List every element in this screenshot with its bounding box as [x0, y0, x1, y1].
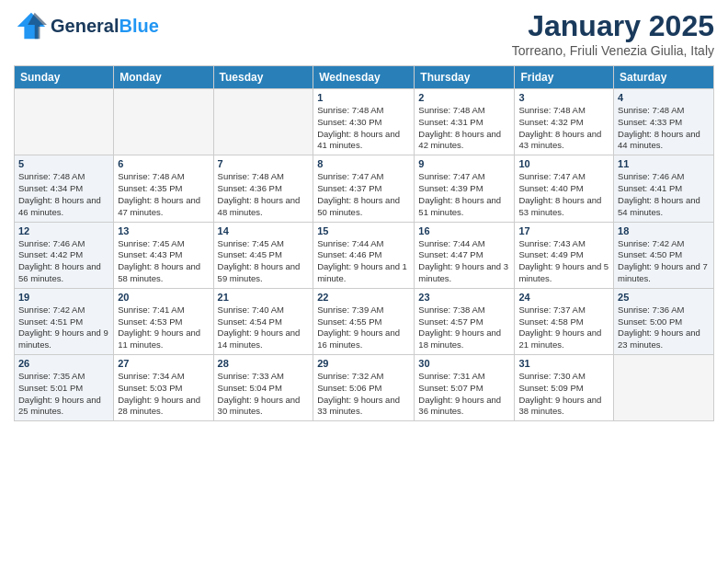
- sunrise: Sunrise: 7:48 AM: [518, 105, 585, 115]
- daylight-label: Daylight: 9 hours and 30 minutes.: [218, 395, 301, 417]
- sunrise: Sunrise: 7:41 AM: [118, 304, 184, 315]
- day-number: 23: [418, 292, 510, 303]
- sunrise: Sunrise: 7:48 AM: [618, 105, 684, 115]
- day-info: Sunrise: 7:45 AMSunset: 4:43 PMDaylight:…: [118, 238, 209, 285]
- day-info: Sunrise: 7:42 AMSunset: 4:51 PMDaylight:…: [18, 304, 109, 351]
- sunset: Sunset: 4:33 PM: [618, 117, 682, 127]
- sunset: Sunset: 4:30 PM: [317, 117, 381, 127]
- daylight-label: Daylight: 9 hours and 3 minutes.: [418, 261, 508, 283]
- daylight-label: Daylight: 8 hours and 48 minutes.: [218, 195, 301, 217]
- calendar-day: 21Sunrise: 7:40 AMSunset: 4:54 PMDayligh…: [213, 288, 313, 354]
- daylight-label: Daylight: 8 hours and 51 minutes.: [418, 195, 501, 217]
- calendar-day: 7Sunrise: 7:48 AMSunset: 4:36 PMDaylight…: [213, 155, 313, 222]
- day-number: 12: [18, 225, 109, 236]
- day-number: 24: [518, 292, 609, 303]
- day-info: Sunrise: 7:35 AMSunset: 5:01 PMDaylight:…: [18, 371, 109, 418]
- col-wednesday: Wednesday: [313, 66, 415, 89]
- daylight-label: Daylight: 9 hours and 16 minutes.: [317, 327, 400, 350]
- day-number: 15: [317, 225, 410, 236]
- calendar-day: 13Sunrise: 7:45 AMSunset: 4:43 PMDayligh…: [114, 222, 213, 288]
- calendar-day: 16Sunrise: 7:44 AMSunset: 4:47 PMDayligh…: [415, 222, 515, 288]
- daylight-label: Daylight: 8 hours and 56 minutes.: [18, 261, 101, 283]
- calendar-day: 5Sunrise: 7:48 AMSunset: 4:34 PMDaylight…: [15, 155, 114, 222]
- daylight-label: Daylight: 9 hours and 5 minutes.: [518, 261, 609, 283]
- month-title: January 2025: [512, 9, 714, 43]
- day-number: 13: [118, 225, 209, 236]
- calendar-day: 2Sunrise: 7:48 AMSunset: 4:31 PMDaylight…: [415, 89, 515, 155]
- calendar-day: 9Sunrise: 7:47 AMSunset: 4:39 PMDaylight…: [415, 155, 515, 222]
- sunrise: Sunrise: 7:34 AM: [118, 371, 184, 381]
- day-number: 17: [518, 225, 609, 236]
- daylight-label: Daylight: 9 hours and 33 minutes.: [317, 395, 400, 417]
- sunrise: Sunrise: 7:32 AM: [317, 371, 383, 381]
- sunset: Sunset: 4:37 PM: [317, 183, 381, 193]
- day-number: 30: [418, 358, 510, 369]
- sunset: Sunset: 4:40 PM: [518, 183, 583, 193]
- day-info: Sunrise: 7:40 AMSunset: 4:54 PMDaylight:…: [218, 304, 310, 351]
- day-number: 3: [518, 92, 609, 103]
- sunrise: Sunrise: 7:37 AM: [518, 304, 585, 315]
- sunrise: Sunrise: 7:44 AM: [317, 238, 383, 248]
- sunset: Sunset: 4:46 PM: [317, 249, 381, 259]
- day-info: Sunrise: 7:47 AMSunset: 4:39 PMDaylight:…: [418, 171, 510, 218]
- day-info: Sunrise: 7:48 AMSunset: 4:33 PMDaylight:…: [618, 105, 710, 152]
- day-info: Sunrise: 7:36 AMSunset: 5:00 PMDaylight:…: [618, 304, 710, 351]
- daylight-label: Daylight: 9 hours and 23 minutes.: [618, 327, 700, 350]
- day-number: 5: [18, 158, 109, 169]
- daylight-label: Daylight: 8 hours and 59 minutes.: [218, 261, 301, 283]
- calendar-day: 11Sunrise: 7:46 AMSunset: 4:41 PMDayligh…: [614, 155, 714, 222]
- day-number: 10: [518, 158, 609, 169]
- day-info: Sunrise: 7:48 AMSunset: 4:36 PMDaylight:…: [218, 171, 310, 218]
- logo: GeneralBlue: [14, 9, 159, 42]
- calendar-week-2: 5Sunrise: 7:48 AMSunset: 4:34 PMDaylight…: [15, 155, 714, 222]
- day-info: Sunrise: 7:34 AMSunset: 5:03 PMDaylight:…: [118, 371, 209, 418]
- day-info: Sunrise: 7:41 AMSunset: 4:53 PMDaylight:…: [118, 304, 209, 351]
- calendar-day: 25Sunrise: 7:36 AMSunset: 5:00 PMDayligh…: [614, 288, 714, 354]
- day-number: 19: [18, 292, 109, 303]
- day-number: 27: [118, 358, 209, 369]
- sunrise: Sunrise: 7:38 AM: [418, 304, 484, 315]
- calendar-table: Sunday Monday Tuesday Wednesday Thursday…: [14, 65, 714, 421]
- daylight-label: Daylight: 8 hours and 44 minutes.: [618, 129, 700, 151]
- day-info: Sunrise: 7:32 AMSunset: 5:06 PMDaylight:…: [317, 371, 410, 418]
- day-number: 14: [218, 225, 310, 236]
- day-info: Sunrise: 7:31 AMSunset: 5:07 PMDaylight:…: [418, 371, 510, 418]
- sunset: Sunset: 4:58 PM: [518, 316, 583, 327]
- sunset: Sunset: 4:55 PM: [317, 316, 381, 327]
- day-number: 4: [618, 92, 710, 103]
- page: GeneralBlue January 2025 Torreano, Friul…: [0, 0, 728, 563]
- day-info: Sunrise: 7:44 AMSunset: 4:47 PMDaylight:…: [418, 238, 510, 285]
- day-number: 25: [618, 292, 710, 303]
- day-number: 2: [418, 92, 510, 103]
- day-number: 26: [18, 358, 109, 369]
- daylight-label: Daylight: 8 hours and 41 minutes.: [317, 129, 400, 151]
- sunset: Sunset: 5:00 PM: [618, 316, 682, 327]
- sunrise: Sunrise: 7:48 AM: [418, 105, 484, 115]
- logo-text: GeneralBlue: [51, 16, 159, 36]
- sunrise: Sunrise: 7:47 AM: [518, 171, 585, 181]
- calendar-day: 6Sunrise: 7:48 AMSunset: 4:35 PMDaylight…: [114, 155, 213, 222]
- sunrise: Sunrise: 7:31 AM: [418, 371, 484, 381]
- sunset: Sunset: 4:51 PM: [18, 316, 83, 327]
- day-number: 28: [218, 358, 310, 369]
- calendar-day: 30Sunrise: 7:31 AMSunset: 5:07 PMDayligh…: [415, 355, 515, 421]
- sunset: Sunset: 4:41 PM: [618, 183, 682, 193]
- day-number: 21: [218, 292, 310, 303]
- calendar-day: 1Sunrise: 7:48 AMSunset: 4:30 PMDaylight…: [313, 89, 415, 155]
- calendar-day: [15, 89, 114, 155]
- day-info: Sunrise: 7:46 AMSunset: 4:42 PMDaylight:…: [18, 238, 109, 285]
- day-number: 16: [418, 225, 510, 236]
- sunrise: Sunrise: 7:45 AM: [118, 238, 184, 248]
- day-info: Sunrise: 7:37 AMSunset: 4:58 PMDaylight:…: [518, 304, 609, 351]
- sunset: Sunset: 5:06 PM: [317, 383, 381, 393]
- day-number: 1: [317, 92, 410, 103]
- day-info: Sunrise: 7:43 AMSunset: 4:49 PMDaylight:…: [518, 238, 609, 285]
- sunrise: Sunrise: 7:47 AM: [317, 171, 383, 181]
- sunrise: Sunrise: 7:47 AM: [418, 171, 484, 181]
- sunrise: Sunrise: 7:33 AM: [218, 371, 284, 381]
- sunrise: Sunrise: 7:48 AM: [18, 171, 85, 181]
- sunset: Sunset: 4:49 PM: [518, 249, 583, 259]
- day-number: 8: [317, 158, 410, 169]
- day-info: Sunrise: 7:45 AMSunset: 4:45 PMDaylight:…: [218, 238, 310, 285]
- day-number: 6: [118, 158, 209, 169]
